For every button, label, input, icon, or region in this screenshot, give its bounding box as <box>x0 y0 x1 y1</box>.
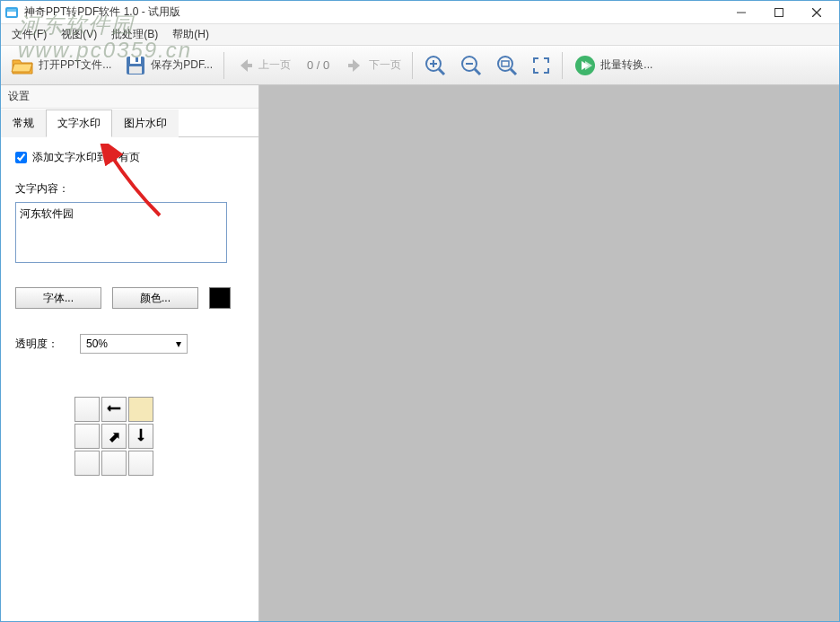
pos-top-left[interactable] <box>74 397 100 422</box>
svg-rect-12 <box>348 64 354 67</box>
prev-page-button[interactable]: 上一页 <box>230 52 296 79</box>
minimize-button[interactable] <box>722 1 760 24</box>
pos-mid-left[interactable] <box>74 424 100 449</box>
text-watermark-panel: 添加文字水印到所有页 文字内容： 字体... 颜色... 透明度： 50% ▾ <box>1 137 258 488</box>
tab-image-watermark[interactable]: 图片水印 <box>112 110 179 137</box>
next-page-button[interactable]: 下一页 <box>340 52 407 79</box>
pos-top-right[interactable] <box>128 397 153 422</box>
fullscreen-button[interactable] <box>526 52 556 79</box>
svg-rect-22 <box>502 61 509 66</box>
window-title: 神奇PPT转PDF软件 1.0 - 试用版 <box>24 4 722 20</box>
zoom-fit-button[interactable] <box>490 50 524 81</box>
svg-line-21 <box>511 69 516 74</box>
pos-top-center[interactable]: 🠔 <box>101 397 127 422</box>
settings-tabs: 常规 文字水印 图片水印 <box>1 109 258 137</box>
arrow-right-icon <box>346 56 365 75</box>
toolbar-separator <box>412 52 413 79</box>
toolbar-separator <box>223 52 224 79</box>
settings-sidebar: 设置 常规 文字水印 图片水印 添加文字水印到所有页 文字内容： 字体... 颜… <box>1 85 259 621</box>
save-pdf-button[interactable]: 保存为PDF... <box>118 50 218 81</box>
svg-rect-11 <box>247 64 252 67</box>
menu-view[interactable]: 视图(V) <box>54 24 104 45</box>
opacity-label: 透明度： <box>15 337 58 352</box>
arrow-left-icon <box>235 56 255 75</box>
menu-help[interactable]: 帮助(H) <box>165 24 216 45</box>
tab-text-watermark[interactable]: 文字水印 <box>46 110 112 137</box>
maximize-button[interactable] <box>760 1 798 24</box>
svg-line-18 <box>475 69 480 74</box>
menu-file[interactable]: 文件(F) <box>4 24 54 45</box>
pos-mid-right[interactable]: 🠗 <box>128 424 153 449</box>
toolbar: 打开PPT文件... 保存为PDF... 上一页 0 / 0 下一页 <box>1 46 839 85</box>
chevron-down-icon: ▾ <box>176 337 181 350</box>
add-watermark-all-checkbox[interactable] <box>15 152 27 163</box>
menubar: 文件(F) 视图(V) 批处理(B) 帮助(H) <box>1 24 839 46</box>
text-content-input[interactable] <box>15 202 227 263</box>
save-icon <box>124 54 147 77</box>
text-content-label: 文字内容： <box>15 181 244 197</box>
sidebar-title: 设置 <box>1 85 258 109</box>
app-icon <box>4 5 19 20</box>
arrow-left-icon: 🠔 <box>107 401 121 417</box>
batch-convert-label: 批量转换... <box>600 57 652 73</box>
fullscreen-icon <box>531 56 551 75</box>
save-pdf-label: 保存为PDF... <box>151 57 213 73</box>
font-button[interactable]: 字体... <box>15 287 101 309</box>
menu-batch[interactable]: 批处理(B) <box>104 24 165 45</box>
svg-rect-2 <box>7 9 16 12</box>
pos-bot-right[interactable] <box>128 451 153 476</box>
arrow-down-icon: 🠗 <box>134 428 148 444</box>
svg-rect-4 <box>775 8 783 16</box>
arrow-upleft-icon: ⬈ <box>109 428 120 445</box>
pos-mid-center[interactable]: ⬈ <box>101 424 127 449</box>
toolbar-separator <box>562 52 563 79</box>
next-page-label: 下一页 <box>369 57 401 73</box>
pos-bot-center[interactable] <box>101 451 127 476</box>
opacity-select[interactable]: 50% ▾ <box>80 334 188 354</box>
svg-point-20 <box>498 57 512 71</box>
color-button[interactable]: 颜色... <box>112 287 198 309</box>
svg-rect-9 <box>136 57 138 62</box>
add-watermark-all-checkbox-row[interactable]: 添加文字水印到所有页 <box>15 150 244 165</box>
titlebar: 神奇PPT转PDF软件 1.0 - 试用版 <box>1 1 839 24</box>
zoom-in-icon <box>424 54 447 77</box>
svg-rect-10 <box>129 66 142 74</box>
page-count: 0 / 0 <box>298 58 338 72</box>
pos-bot-left[interactable] <box>74 451 100 476</box>
opacity-value: 50% <box>86 337 108 350</box>
prev-page-label: 上一页 <box>258 57 291 73</box>
zoom-out-icon <box>459 54 483 77</box>
zoom-fit-icon <box>495 54 519 77</box>
batch-icon <box>573 54 597 77</box>
close-button[interactable] <box>798 1 836 24</box>
zoom-out-button[interactable] <box>454 50 488 81</box>
tab-general[interactable]: 常规 <box>1 110 46 137</box>
folder-open-icon <box>10 53 35 78</box>
add-watermark-all-label: 添加文字水印到所有页 <box>32 150 140 165</box>
position-grid: 🠔 ⬈ 🠗 <box>74 397 244 476</box>
preview-area <box>259 85 839 621</box>
zoom-in-button[interactable] <box>418 50 452 81</box>
open-ppt-button[interactable]: 打开PPT文件... <box>4 49 117 82</box>
open-ppt-label: 打开PPT文件... <box>39 57 111 73</box>
color-swatch[interactable] <box>209 287 231 309</box>
batch-convert-button[interactable]: 批量转换... <box>568 50 658 81</box>
svg-line-14 <box>439 69 444 74</box>
